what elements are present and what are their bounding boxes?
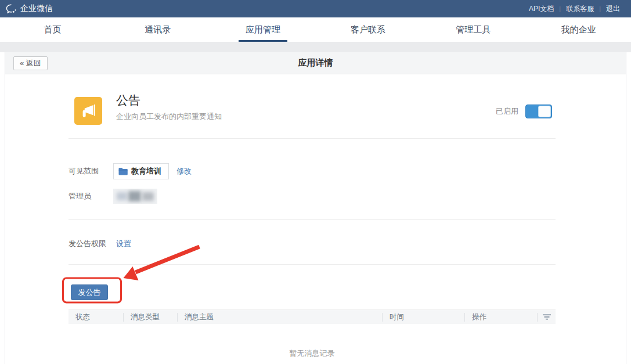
table-column-header: 消息类型	[123, 313, 177, 322]
nav-item-my-company[interactable]: 我的企业	[526, 17, 631, 42]
permission-settings-link[interactable]: 设置	[116, 239, 131, 249]
filter-icon	[543, 314, 551, 320]
card-header: « 返回 应用详情	[5, 52, 626, 74]
table-column-header: 状态	[68, 313, 123, 322]
wechat-work-logo-icon	[6, 4, 17, 14]
page-background-band	[0, 42, 631, 52]
table-column-header: 操作	[464, 313, 537, 322]
admin-row: 管理员	[68, 189, 157, 204]
top-link-api-docs[interactable]: API文档	[524, 4, 559, 14]
app-icon	[74, 97, 102, 125]
app-status: 已启用	[496, 104, 552, 118]
top-links: API文档|联系客服|退出	[524, 4, 625, 14]
toggle-knob	[538, 106, 551, 117]
nav-item-contacts[interactable]: 通讯录	[105, 17, 210, 42]
permission-label: 发公告权限	[68, 239, 106, 249]
nav-item-app-management[interactable]: 应用管理	[210, 17, 315, 42]
admin-label: 管理员	[68, 191, 91, 201]
brand-name: 企业微信	[20, 3, 53, 14]
table-columns: 状态消息类型消息主题时间操作	[68, 313, 537, 322]
visible-scope-label: 可见范围	[68, 166, 99, 176]
nav-item-customer-contact[interactable]: 客户联系	[316, 17, 421, 42]
back-button[interactable]: « 返回	[13, 56, 48, 70]
scope-tag: 教育培训	[113, 163, 169, 179]
modify-scope-link[interactable]: 修改	[176, 166, 192, 176]
announcement-permission-row: 发公告权限 设置	[68, 239, 131, 249]
app-name: 公告	[116, 92, 140, 109]
megaphone-icon	[80, 102, 97, 120]
admin-name-redacted	[113, 189, 157, 204]
divider	[68, 138, 556, 139]
table-column-header: 时间	[382, 313, 464, 322]
top-link-logout[interactable]: 退出	[601, 4, 625, 14]
folder-icon	[118, 167, 128, 175]
message-table-header: 状态消息类型消息主题时间操作	[68, 309, 556, 324]
enable-toggle[interactable]	[525, 104, 552, 118]
empty-records-text: 暂无消息记录	[68, 348, 556, 359]
app-description: 企业向员工发布的内部重要通知	[116, 111, 222, 122]
nav-item-home[interactable]: 首页	[0, 17, 105, 42]
table-column-header: 消息主题	[177, 313, 382, 322]
table-filter-button[interactable]	[537, 313, 556, 322]
main-nav: 首页通讯录应用管理客户联系管理工具我的企业	[0, 17, 631, 42]
brand: 企业微信	[6, 3, 53, 14]
annotation-arrow-line	[136, 247, 200, 272]
divider	[68, 219, 556, 220]
nav-item-admin-tools[interactable]: 管理工具	[421, 17, 526, 42]
annotation-arrow-head	[124, 266, 139, 280]
app-detail-card: « 返回 应用详情 公告 企业向员工发布的内部重要通知 已启用 可见范围	[5, 52, 626, 364]
divider	[68, 264, 556, 265]
page-title: 应用详情	[298, 57, 333, 69]
send-announcement-button[interactable]: 发公告	[71, 284, 108, 300]
visible-scope-row: 可见范围 教育培训 修改	[68, 163, 192, 179]
scope-name: 教育培训	[131, 166, 161, 176]
card-body: 公告 企业向员工发布的内部重要通知 已启用 可见范围 教育培训 修改 管理员	[5, 74, 626, 364]
top-link-contact-support[interactable]: 联系客服	[561, 4, 599, 14]
top-bar: 企业微信 API文档|联系客服|退出	[0, 0, 631, 17]
status-label: 已启用	[496, 106, 518, 117]
